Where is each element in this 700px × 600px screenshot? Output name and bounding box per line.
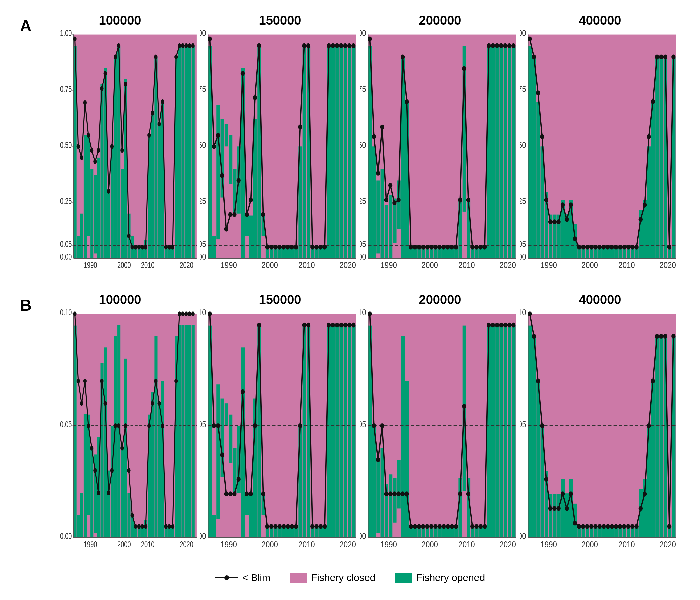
svg-rect-215	[508, 46, 511, 258]
svg-rect-35	[185, 46, 188, 258]
svg-rect-443	[216, 384, 220, 519]
svg-point-77	[144, 245, 147, 250]
svg-rect-126	[339, 46, 343, 258]
svg-text:0.00: 0.00	[60, 531, 72, 541]
svg-point-428	[158, 401, 161, 406]
svg-point-433	[174, 379, 178, 384]
svg-rect-129	[352, 46, 355, 258]
svg-text:2020: 2020	[180, 540, 193, 549]
svg-rect-366	[111, 426, 114, 538]
svg-point-349	[659, 54, 663, 59]
svg-point-163	[290, 245, 294, 250]
svg-point-491	[224, 491, 228, 496]
svg-rect-185	[385, 205, 388, 258]
svg-text:2010: 2010	[298, 260, 315, 270]
svg-rect-532	[397, 460, 401, 508]
svg-text:1.00: 1.00	[360, 30, 366, 38]
svg-rect-5	[84, 135, 87, 258]
svg-rect-25	[151, 113, 154, 258]
svg-rect-618	[565, 493, 569, 538]
svg-text:2000: 2000	[582, 260, 598, 270]
legend-closed-box	[290, 573, 307, 583]
svg-point-432	[171, 524, 174, 529]
svg-point-160	[278, 245, 282, 250]
svg-text:2020: 2020	[180, 260, 193, 270]
svg-point-496	[245, 491, 249, 496]
svg-point-343	[634, 245, 638, 250]
svg-point-346	[647, 134, 651, 139]
svg-point-257	[479, 245, 483, 250]
svg-point-327	[569, 202, 573, 207]
svg-point-492	[228, 491, 232, 496]
svg-point-673	[602, 524, 606, 529]
chart-b4: 400000	[520, 293, 680, 562]
svg-point-167	[306, 43, 310, 48]
svg-point-59	[83, 100, 87, 105]
svg-point-233	[380, 125, 384, 130]
chart-b3-area: 0.10 0.05 0.00 1990 2000 2010 2020	[360, 309, 520, 562]
svg-point-431	[168, 524, 171, 529]
svg-point-336	[606, 245, 610, 250]
chart-a1-area: 1.00 0.75 0.50 0.25 0.05 0.00	[58, 30, 200, 283]
chart-b3-svg: 0.10 0.05 0.00 1990 2000 2010 2020	[360, 309, 520, 562]
svg-rect-528	[381, 448, 384, 538]
svg-point-317	[528, 36, 532, 41]
svg-rect-3	[77, 236, 80, 258]
svg-point-572	[372, 423, 376, 428]
svg-point-147	[224, 227, 228, 232]
svg-point-687	[659, 334, 663, 339]
svg-text:0.25: 0.25	[200, 196, 206, 206]
svg-rect-95	[212, 236, 216, 258]
svg-point-72	[127, 234, 130, 239]
svg-point-149	[232, 212, 236, 217]
svg-text:0.00: 0.00	[200, 531, 206, 541]
svg-rect-378	[151, 392, 154, 538]
svg-rect-299	[655, 57, 659, 258]
svg-point-605	[507, 323, 511, 328]
svg-point-262	[499, 43, 503, 48]
svg-point-660	[548, 506, 552, 511]
svg-point-499	[257, 323, 261, 328]
svg-point-164	[294, 245, 298, 250]
svg-point-166	[302, 43, 306, 48]
svg-rect-471	[331, 325, 335, 538]
svg-point-603	[499, 323, 503, 328]
svg-point-261	[495, 43, 499, 48]
svg-rect-610	[532, 336, 536, 538]
svg-rect-609	[528, 326, 532, 538]
chart-a3-title: 200000	[360, 13, 520, 30]
svg-point-251	[454, 245, 458, 250]
svg-point-511	[306, 323, 310, 328]
panel-b: B 100000 Proportion of outcomes	[20, 293, 680, 562]
svg-point-507	[290, 524, 294, 529]
svg-point-60	[87, 133, 90, 138]
svg-text:0.10: 0.10	[200, 309, 206, 317]
svg-point-62	[93, 159, 97, 164]
svg-text:0.25: 0.25	[360, 196, 366, 206]
svg-point-340	[622, 245, 626, 250]
chart-b4-area: 0.10 0.05 0.00 1990 2000 2010 2020	[520, 309, 680, 562]
chart-a1-svg: 1.00 0.75 0.50 0.25 0.05 0.00	[58, 30, 200, 283]
panel-b-label: B	[20, 293, 40, 562]
svg-point-683	[643, 491, 647, 496]
svg-point-517	[331, 323, 335, 328]
svg-point-571	[368, 311, 372, 316]
svg-point-165	[298, 125, 302, 130]
svg-point-663	[561, 491, 565, 496]
svg-rect-12	[107, 191, 110, 258]
svg-point-420	[131, 513, 134, 518]
svg-point-342	[630, 245, 634, 250]
svg-point-347	[651, 99, 655, 104]
svg-point-423	[141, 524, 144, 529]
panel-a-charts-row: 100000 Proportion of outcomes	[40, 13, 680, 283]
svg-text:2020: 2020	[339, 539, 356, 549]
svg-point-409	[93, 468, 97, 473]
svg-point-425	[147, 423, 151, 428]
svg-text:0.05: 0.05	[60, 419, 72, 429]
svg-rect-387	[181, 325, 184, 538]
svg-point-599	[483, 524, 487, 529]
svg-point-350	[663, 54, 667, 59]
svg-rect-442	[212, 515, 216, 538]
chart-a4: 400000	[520, 13, 680, 283]
svg-point-265	[511, 43, 515, 48]
